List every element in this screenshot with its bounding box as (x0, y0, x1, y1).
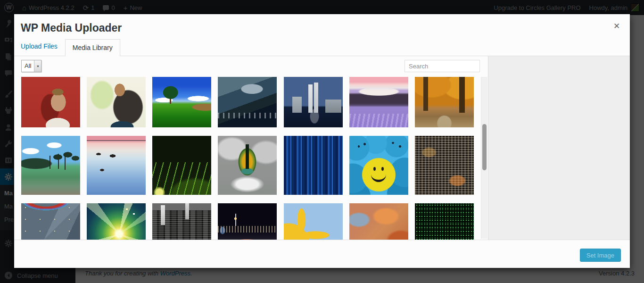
attachment-details-panel (488, 56, 630, 240)
set-image-button[interactable]: Set Image (580, 249, 621, 262)
grid-scrollbar-thumb[interactable] (482, 124, 487, 170)
media-item-enrique-album[interactable] (87, 77, 146, 127)
media-item-smiley-balls[interactable] (349, 136, 408, 195)
close-icon[interactable]: ✕ (610, 20, 623, 33)
media-item-star-burst[interactable] (87, 203, 146, 240)
media-item-sunset-clouds[interactable] (349, 203, 408, 240)
modal-title: WP Media Uploader (21, 22, 122, 34)
media-item-autumn-avenue[interactable] (415, 77, 474, 127)
media-item-matrix-code[interactable] (415, 203, 474, 240)
modal-content: All ▼ (14, 56, 630, 240)
media-item-mountain-lake[interactable] (218, 77, 277, 127)
tab-upload-files[interactable]: Upload Files (21, 42, 65, 56)
media-item-night-highway[interactable] (218, 203, 277, 240)
media-item-city-night-aerial[interactable] (415, 136, 474, 195)
media-uploader-modal: WP Media Uploader ✕ Upload Files Media L… (14, 14, 630, 268)
tab-media-library[interactable]: Media Library (65, 39, 120, 56)
media-item-tree-field[interactable] (152, 77, 211, 127)
media-item-purple-snow-mountain[interactable] (349, 77, 408, 127)
media-item-sunset-water[interactable] (87, 136, 146, 195)
media-item-cartoon-space[interactable] (21, 203, 80, 240)
media-item-grass-macro[interactable] (152, 136, 211, 195)
chevron-down-icon: ▼ (34, 60, 41, 72)
media-grid (21, 77, 474, 240)
media-item-skyline-bw-night[interactable] (152, 203, 211, 240)
modal-footer: Set Image (14, 240, 630, 268)
media-item-ricky-martin-red[interactable] (21, 77, 80, 127)
media-item-dragon-eye[interactable] (218, 136, 277, 195)
modal-tabs: Upload Files Media Library (14, 39, 630, 56)
search-input[interactable] (405, 60, 480, 72)
grid-scrollbar-track[interactable] (481, 77, 487, 239)
media-item-nyc-twin-towers[interactable] (284, 77, 343, 127)
media-item-sunflower[interactable] (284, 203, 343, 240)
media-item-palm-beach[interactable] (21, 136, 80, 195)
media-library-pane: All ▼ (14, 56, 488, 240)
filter-selected-value: All (22, 60, 34, 72)
media-type-filter[interactable]: All ▼ (21, 60, 41, 72)
media-item-blue-stripes[interactable] (284, 136, 343, 195)
